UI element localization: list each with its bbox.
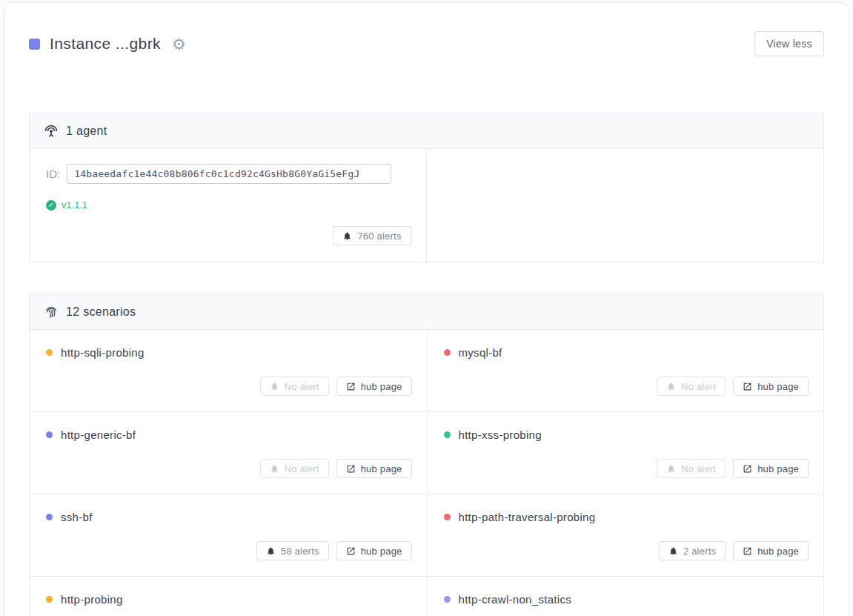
external-link-icon (743, 382, 752, 391)
scenario-alerts-button[interactable]: No alert (260, 377, 329, 396)
scenarios-grid: http-sqli-probing No alert hub page mysq… (30, 330, 823, 616)
agent-empty-cell (427, 149, 824, 262)
agent-alerts-button[interactable]: 760 alerts (333, 226, 411, 245)
view-less-button[interactable]: View less (754, 31, 824, 56)
bell-icon (666, 464, 676, 474)
card-header: Instance ...gbrk ⚙ View less (29, 31, 824, 56)
hub-page-label: hub page (361, 381, 402, 392)
scenario-card: http-xss-probing No alert hub page (427, 412, 824, 494)
hub-page-button[interactable]: hub page (733, 541, 809, 560)
scenario-actions: 2 alerts hub page (444, 541, 809, 560)
agent-alerts-label: 760 alerts (357, 231, 401, 242)
bell-icon (270, 382, 279, 391)
scenario-actions: No alert hub page (444, 377, 809, 396)
alert-count-label: No alert (285, 381, 319, 392)
alert-count-label: No alert (285, 463, 319, 474)
agent-details-cell: ID: ✓ v1.1.1 760 alerts (30, 149, 427, 262)
external-link-icon (346, 464, 356, 474)
scenario-card: http-crawl-non_statics (427, 577, 824, 616)
hub-page-button[interactable]: hub page (336, 377, 412, 396)
agent-alert-row: 760 alerts (46, 226, 411, 245)
external-link-icon (346, 382, 356, 391)
agent-body: ID: ✓ v1.1.1 760 alerts (30, 149, 823, 262)
antenna-icon (44, 125, 58, 138)
scenario-card: http-generic-bf No alert hub page (30, 412, 427, 494)
agent-id-input[interactable] (67, 164, 391, 184)
scenario-actions: 58 alerts hub page (46, 541, 412, 560)
scenario-name: http-path-traversal-probing (459, 511, 596, 523)
instance-card: Instance ...gbrk ⚙ View less 1 agent ID:… (4, 2, 849, 616)
hub-page-button[interactable]: hub page (733, 377, 809, 396)
scenario-name: ssh-bf (61, 511, 93, 523)
hub-page-button[interactable]: hub page (733, 459, 809, 478)
hub-page-button[interactable]: hub page (336, 459, 412, 478)
scenario-status-dot (444, 596, 451, 603)
hub-page-label: hub page (361, 463, 402, 474)
scenario-status-dot (46, 596, 53, 603)
bell-icon (266, 546, 276, 556)
scenario-status-dot (46, 514, 53, 520)
alert-count-label: No alert (681, 381, 716, 392)
scenario-status-dot (444, 431, 451, 438)
hub-page-label: hub page (361, 546, 402, 557)
alert-count-label: No alert (681, 463, 716, 474)
agent-panel-header: 1 agent (30, 113, 823, 149)
external-link-icon (743, 464, 752, 474)
bell-icon (342, 231, 352, 241)
scenarios-panel-header: 12 scenarios (30, 294, 823, 330)
scenario-name: mysql-bf (459, 346, 502, 359)
hub-page-label: hub page (757, 546, 799, 557)
scenario-status-dot (46, 431, 53, 438)
scenario-card: http-sqli-probing No alert hub page (30, 330, 427, 412)
agent-version-row: ✓ v1.1.1 (46, 200, 411, 211)
scenario-alerts-button[interactable]: 2 alerts (659, 541, 726, 560)
agent-panel: 1 agent ID: ✓ v1.1.1 760 alerts (29, 113, 824, 262)
bell-icon (270, 464, 279, 474)
scenario-alerts-button[interactable]: No alert (657, 377, 726, 396)
alert-count-label: 2 alerts (683, 546, 716, 557)
external-link-icon (743, 546, 752, 556)
scenario-status-dot (444, 514, 451, 520)
title-wrap: Instance ...gbrk ⚙ (29, 35, 186, 53)
scenario-name: http-crawl-non_statics (459, 593, 572, 606)
scenario-card: ssh-bf 58 alerts hub page (30, 494, 427, 577)
hub-page-button[interactable]: hub page (336, 541, 412, 560)
gear-icon[interactable]: ⚙ (172, 36, 186, 52)
scenarios-section-title: 12 scenarios (66, 305, 136, 319)
scenario-actions: No alert hub page (46, 377, 412, 396)
page-title: Instance ...gbrk (50, 35, 161, 53)
scenario-alerts-button[interactable]: 58 alerts (256, 541, 329, 560)
alert-count-label: 58 alerts (281, 546, 319, 557)
scenario-name: http-generic-bf (61, 428, 136, 441)
external-link-icon (346, 546, 356, 556)
fingerprint-icon (44, 305, 58, 319)
scenario-name: http-probing (61, 593, 123, 606)
hub-page-label: hub page (757, 463, 799, 474)
scenarios-panel: 12 scenarios http-sqli-probing No alert … (29, 294, 824, 616)
scenario-card: http-probing (30, 577, 427, 616)
scenario-alerts-button[interactable]: No alert (260, 459, 329, 478)
scenario-card: mysql-bf No alert hub page (427, 330, 824, 412)
instance-color-square (29, 39, 40, 50)
agent-id-label: ID: (46, 168, 60, 180)
bell-icon (666, 382, 676, 391)
agent-id-row: ID: (46, 164, 411, 184)
scenario-alerts-button[interactable]: No alert (657, 459, 726, 478)
scenario-name: http-sqli-probing (61, 346, 145, 359)
agent-version: v1.1.1 (62, 200, 87, 211)
scenario-card: http-path-traversal-probing 2 alerts hub… (427, 494, 824, 577)
check-circle-icon: ✓ (46, 200, 56, 211)
scenario-actions: No alert hub page (444, 459, 809, 478)
hub-page-label: hub page (757, 381, 799, 392)
scenario-name: http-xss-probing (459, 428, 542, 441)
scenario-actions: No alert hub page (46, 459, 412, 478)
bell-icon (668, 546, 678, 556)
scenario-status-dot (444, 349, 451, 356)
scenario-status-dot (46, 349, 53, 356)
agent-section-title: 1 agent (66, 125, 107, 138)
